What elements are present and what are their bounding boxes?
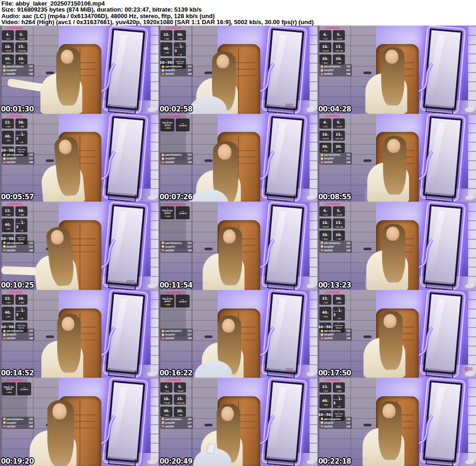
tip-menu-tile: ∿30s●180 [15,295,27,305]
token-icon: ● [19,126,20,128]
tip-menu-overlay: ∿4s●2-9∿5s●10-49∿10s●50-99∿15s●100-300∿3… [319,206,345,241]
tipper-name: tiki2205 [7,337,28,340]
tipper-row: testy224217 [162,421,192,424]
tipper-row: pairofdolphins415 [321,329,350,332]
tipper-row: pairofdolphins430 [3,418,33,420]
webcam-scene: LOVENSE ∿4s●2-9∿5s●10-49∿10s●50-99∿15s●1… [317,202,476,290]
trophy-icon [162,334,164,336]
token-icon: ● [163,402,164,404]
tipper-score: 217 [29,245,33,248]
tile-number: 40s [322,399,328,403]
tipper-score: 198 [188,249,192,252]
tipper-row: pairofdolphins430 [162,418,192,420]
floor-object [465,372,474,376]
tipper-row: testy224217 [162,157,192,160]
tip-menu-tile: ∿40s●200 [319,307,331,321]
token-icon: ● [336,238,337,240]
tipper-row: pairofdolphins415 [162,153,192,156]
tipper-row: testy224217 [3,333,33,336]
tip-menu-tile: ↗20s●100 [333,143,345,153]
person-face [218,144,231,159]
token-icon: ● [19,302,20,304]
tile-number: 10s [322,133,328,137]
token-icon: ● [336,62,337,64]
person [198,315,262,378]
trophy-icon [321,425,323,427]
tipper-score: 198 [188,337,192,340]
timestamp-label: 00:19:20 [1,457,34,466]
tile-unit: s [182,398,183,400]
tile-price: ●100-300 [334,50,343,52]
timestamp-label: 00:13:23 [318,281,351,289]
token-icon: ● [336,390,337,392]
webcam-scene: LOVENSE ∿22s●120∿30s●180∿40s●200⚂Level1-… [317,290,476,378]
token-icon: ● [335,214,336,216]
person-face [386,227,399,241]
tile-price: ●2-9 [323,125,327,128]
tile-unit: s [23,122,24,124]
tipper-row: testy224217 [3,421,33,424]
floor-object [147,107,157,112]
tipper-name: testy224 [7,157,28,160]
tile-price: ●5555 [165,127,171,129]
trophy-icon [162,73,164,75]
tip-menu-tile: ⚂Level1-3●25 [333,394,345,408]
token-icon: ● [337,318,338,320]
tile-number: 40s [322,311,328,315]
timestamp-label: 00:04:28 [318,105,351,113]
timestamp-label: 00:20:49 [159,457,192,466]
tipper-row: pairofdolphins415 [321,65,350,68]
trophy-icon [162,421,164,424]
video-thumbnail: LOVENSE ∿22s●120∿30s●180∿40s●200⚂Level1-… [0,114,159,202]
tile-number: 30s [18,209,24,213]
tip-menu-overlay: ∿4s●2-9∿5s●10-49∿10s●50-99∿15s●100-300∿3… [2,30,27,65]
top-tippers-overlay: pairofdolphins415testy224217tiki2205198 [2,241,34,253]
tile-price: ●100-300 [176,402,185,404]
tip-menu-tile: ⚂Level1-3●25 [174,42,186,56]
tile-price: ●5555 [6,391,12,394]
trophy-icon [162,161,164,164]
tile-number: 4s [324,209,327,213]
tile-label: Control [179,125,186,127]
webcam-scene: LOVENSE ∿22s●120∿30s●180∿40s●200⚂Level1-… [0,290,159,378]
tipper-name: testy224 [324,245,345,248]
trophy-icon [162,249,164,251]
trophy-icon [321,161,323,164]
tile-price: ●200 [6,315,10,318]
lovense-logo: LOVENSE [2,26,27,29]
tile-price: ●50-99 [322,138,328,140]
webcam-scene: LOVENSE ⅡPause the queue●5555♥♥Control p… [0,378,159,466]
reaction-icons: ♥♥♥ [126,280,135,284]
heart-icon: ♥ [132,281,134,283]
tile-unit: s [10,298,11,300]
token-icon: ● [323,38,324,39]
tile-number: Level1-3 [174,45,185,53]
tile-price: ●10-49 [177,390,183,392]
floor-object [465,107,474,112]
token-icon: ● [176,402,177,404]
timestamp-label: 00:16:22 [159,369,192,377]
lovense-logo: LOVENSE [2,379,27,381]
trophy-icon [162,69,164,72]
token-icon: ● [18,38,19,39]
lovense-logo: LOVENSE [2,115,27,118]
token-icon: ● [164,38,165,39]
tile-price: ●301+ [322,238,328,240]
tipper-name: pairofdolphins [7,242,28,244]
token-icon: ● [6,302,7,304]
token-icon: ● [322,238,323,240]
tip-menu-tile: ∿30s●180 [15,206,27,217]
tipper-row: testy224217 [162,69,192,72]
token-icon: ● [6,316,7,318]
tile-unit: s [341,146,342,148]
person-face [383,404,395,418]
tip-menu-tile: ∿30s●180 [15,118,27,129]
tipper-name: tiki2205 [324,337,345,340]
tile-unit: s [341,58,342,60]
tipper-name: testy224 [165,245,186,248]
tip-menu-tile: ∿10s●50-99 [319,131,331,141]
tip-menu-tile: ∿40s●200 [2,307,14,321]
tip-menu-tile: ∿15s●100-300 [15,42,27,53]
tile-number: 30s [322,57,328,61]
tile-unit: s [23,46,24,48]
